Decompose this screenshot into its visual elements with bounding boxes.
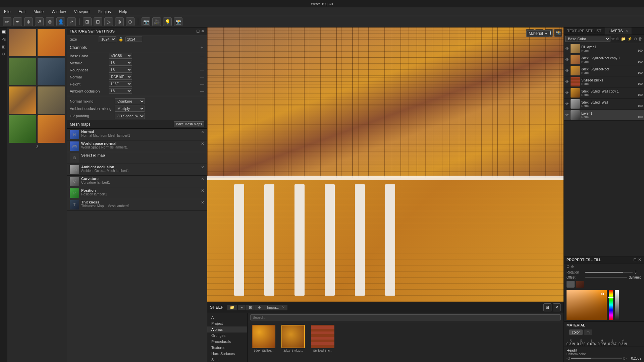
layer-eye-roof-copy1[interactable]: 👁 xyxy=(565,57,569,62)
rotation-slider-track[interactable] xyxy=(585,272,633,273)
ao-mixing-select[interactable]: Multiply Add xyxy=(115,106,145,112)
normal-mixing-select[interactable]: Combine Replace xyxy=(115,98,145,104)
bake-mesh-maps-btn[interactable]: Bake Mesh Maps xyxy=(174,121,204,127)
uv-padding-select[interactable]: 3D Space Neighbor None xyxy=(115,113,145,119)
shelf-item-1[interactable]: 3dex_Stylize... xyxy=(250,325,277,352)
tab-layers[interactable]: LAYERS ✕ xyxy=(605,27,632,35)
view-3d[interactable]: ⊟ xyxy=(94,17,102,26)
shelf-minimize-btn[interactable]: ⊟ xyxy=(543,303,551,311)
shelf-item-3[interactable]: Stylized Bric... xyxy=(309,325,336,352)
layer-eye-fill-1[interactable]: 👁 xyxy=(565,46,569,51)
layer-1[interactable]: 👁 Layer 1 Norm 100 xyxy=(564,110,644,121)
tool-user[interactable]: 👤 xyxy=(56,17,65,26)
layer-eye-wall[interactable]: 👁 xyxy=(565,102,569,106)
shelf-import-close[interactable]: ✕ xyxy=(282,305,285,309)
channel-format-metallic[interactable]: L8 xyxy=(109,60,132,66)
shelf-grid-btn[interactable]: ⊞ xyxy=(246,305,255,310)
view-render[interactable]: 💡 xyxy=(163,17,172,26)
shelf-nav-all[interactable]: All xyxy=(207,314,247,320)
channel-remove-height[interactable]: — xyxy=(200,82,204,86)
shelf-nav-grunges[interactable]: Grunges xyxy=(207,333,247,339)
sidebar-icon-3[interactable]: ◧ xyxy=(1,44,7,50)
channel-format-normal[interactable]: RGB16F xyxy=(109,74,132,80)
layer-roof[interactable]: 👁 3dex_StylizedRoof Norm 100 xyxy=(564,65,644,76)
size-select[interactable]: 1024 512 2048 4096 xyxy=(99,36,116,42)
channel-remove-metallic[interactable]: — xyxy=(200,61,204,65)
channel-format-height[interactable]: L16F xyxy=(109,81,132,87)
layers-add-icon[interactable]: ⊕ xyxy=(616,36,620,42)
thumbnail-4[interactable] xyxy=(38,58,65,85)
thumbnail-1[interactable] xyxy=(9,29,36,56)
mesh-map-curvature-close[interactable]: ✕ xyxy=(201,177,204,181)
mesh-map-ao-close[interactable]: ✕ xyxy=(201,165,204,170)
channel-remove-base-color[interactable]: — xyxy=(200,54,204,58)
size-input[interactable]: 1024 xyxy=(125,37,142,42)
channel-remove-roughness[interactable]: — xyxy=(200,68,204,72)
layer-bricks[interactable]: 👁 Stylized Bricks Norm 100 xyxy=(564,76,644,87)
thumbnail-3[interactable] xyxy=(9,58,36,85)
channel-format-base-color[interactable]: sRGB8 xyxy=(109,53,132,59)
layers-delete-icon[interactable]: 🗑 xyxy=(638,36,643,42)
tool-add[interactable]: ⊕ xyxy=(24,17,33,26)
view-mat[interactable]: ⊕ xyxy=(115,17,124,26)
color-gradient-picker[interactable] xyxy=(567,290,607,320)
channel-format-roughness[interactable]: L8 xyxy=(109,67,132,73)
mesh-map-normal-close[interactable]: ✕ xyxy=(201,130,204,134)
shelf-filter-btn[interactable]: ⊙ xyxy=(255,305,264,310)
tool-arrow[interactable]: ↗ xyxy=(67,17,76,26)
offset-slider-track[interactable] xyxy=(585,277,627,278)
sidebar-icon-2[interactable]: Ps xyxy=(1,36,7,42)
hue-slider[interactable] xyxy=(609,290,613,320)
layers-channel-dropdown[interactable]: Base Color Metallic Roughness xyxy=(565,36,610,42)
menu-edit[interactable]: Edit xyxy=(17,9,27,15)
shelf-nav-textures[interactable]: Textures xyxy=(207,345,247,351)
shelf-nav-project[interactable]: Project xyxy=(207,320,247,326)
mesh-map-position-close[interactable]: ✕ xyxy=(201,188,204,193)
menu-plugins[interactable]: Plugins xyxy=(96,9,112,15)
layer-wall-copy1[interactable]: 👁 3dex_Styled_Wall copy 1 Norm 100 xyxy=(564,87,644,99)
shelf-nav-hard-surfaces[interactable]: Hard Surfaces xyxy=(207,351,247,357)
mesh-map-world-normal-close[interactable]: ✕ xyxy=(201,141,204,146)
viewport[interactable]: 🎥 💡 🔄 📸 Material ▾ SHELF 📁 ≡ ⊞ ⊙ xyxy=(207,27,564,362)
material-tab-m[interactable]: m xyxy=(584,329,592,335)
menu-file[interactable]: File xyxy=(3,9,12,15)
menu-viewport[interactable]: Viewport xyxy=(73,9,91,15)
shelf-nav-procedurals[interactable]: Procedurals xyxy=(207,339,247,345)
menu-mode[interactable]: Mode xyxy=(32,9,45,15)
shelf-item-2[interactable]: 3dex_Stylize... xyxy=(280,325,307,352)
sidebar-icon-1[interactable]: 🔲 xyxy=(1,29,7,35)
layer-eye-bricks[interactable]: 👁 xyxy=(565,79,569,84)
color-preview-swatch[interactable] xyxy=(576,281,584,288)
view-camera[interactable]: 📷 xyxy=(142,17,150,26)
layer-eye-roof[interactable]: 👁 xyxy=(565,68,569,73)
shelf-import-tab[interactable]: Impor... ✕ xyxy=(264,305,287,310)
add-channel-btn[interactable]: ＋ xyxy=(200,45,204,51)
channel-remove-ao[interactable]: — xyxy=(200,89,204,94)
tool-pencil[interactable]: ✏ xyxy=(3,17,11,26)
prop-expand-icon[interactable]: ⊡ xyxy=(633,257,637,262)
thumbnail-6[interactable] xyxy=(38,86,65,114)
alpha-slider[interactable] xyxy=(615,290,619,320)
shelf-nav-skin[interactable]: Skin xyxy=(207,357,247,362)
shelf-list-btn[interactable]: ≡ xyxy=(238,305,245,310)
tool-transform[interactable]: ⊛ xyxy=(46,17,54,26)
layer-fill-1[interactable]: 👁 Fill layer 1 Norm 100 xyxy=(564,43,644,54)
thumbnail-5[interactable] xyxy=(9,86,36,114)
thumbnail-8[interactable] xyxy=(38,115,65,143)
panel-resize-icon[interactable]: ⊡ xyxy=(196,29,200,34)
viewport-3d[interactable]: 🎥 💡 🔄 📸 Material ▾ xyxy=(207,27,564,302)
panel-close-icon[interactable]: ✕ xyxy=(201,29,204,34)
layer-wall[interactable]: 👁 3dex_Styled_Wall Norm 100 xyxy=(564,99,644,110)
shelf-close-btn[interactable]: ✕ xyxy=(553,303,561,311)
view-split[interactable]: ▷ xyxy=(104,17,113,26)
thumbnail-7[interactable] xyxy=(9,115,36,143)
layer-eye-wall-copy1[interactable]: 👁 xyxy=(565,90,569,95)
material-tab-color[interactable]: color xyxy=(569,329,583,335)
vp-screenshot-btn[interactable]: 📸 xyxy=(554,29,562,37)
view-env[interactable]: ⊙ xyxy=(126,17,135,26)
shelf-search-input[interactable] xyxy=(250,314,561,320)
mesh-map-thickness-close[interactable]: ✕ xyxy=(201,200,204,205)
material-mode-dropdown[interactable]: Material ▾ xyxy=(526,30,550,37)
menu-window[interactable]: Window xyxy=(50,9,67,15)
height-slider-track[interactable] xyxy=(571,358,622,359)
